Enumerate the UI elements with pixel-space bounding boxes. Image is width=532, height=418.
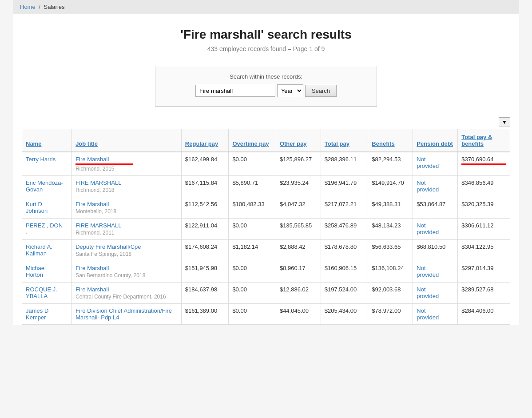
cell-regular-pay: $122,911.04 bbox=[181, 219, 229, 240]
cell-name: MichaelHorton bbox=[22, 261, 72, 283]
search-input[interactable] bbox=[195, 85, 275, 97]
page-header: 'Fire marshall' search results 433 emplo… bbox=[13, 14, 519, 57]
cell-pension-debt: Notprovided bbox=[413, 152, 458, 176]
results-table: Name Job title Regular pay Overtime pay … bbox=[22, 129, 510, 325]
cell-job-title: Fire MarshallMontebello, 2018 bbox=[72, 197, 182, 219]
pension-not-provided: Notprovided bbox=[417, 265, 439, 278]
cell-total-pay: $160,906.15 bbox=[321, 261, 368, 283]
sort-benefits[interactable]: Benefits bbox=[372, 140, 394, 147]
name-link[interactable]: PEREZ , DON. bbox=[26, 222, 63, 235]
org-year: Santa Fe Springs, 2018 bbox=[75, 251, 178, 257]
col-header-total-pay: Total pay bbox=[321, 129, 368, 152]
search-button[interactable]: Search bbox=[305, 85, 337, 97]
cell-total-pay-benefits: $370,690.64 bbox=[458, 152, 510, 176]
cell-benefits: $49,388.31 bbox=[368, 197, 413, 219]
cell-total-pay-benefits: $304,122.95 bbox=[458, 240, 510, 261]
cell-total-pay-benefits: $297,014.39 bbox=[458, 261, 510, 283]
table-body: Terry HarrisFire MarshallRichmond, 2015$… bbox=[22, 152, 510, 325]
cell-job-title: Fire MarshallRichmond, 2015 bbox=[72, 152, 182, 176]
job-title-link[interactable]: Fire Marshall bbox=[75, 201, 109, 207]
cell-total-pay-benefits: $289,527.68 bbox=[458, 283, 510, 304]
pension-not-provided: Notprovided bbox=[417, 179, 439, 193]
job-title-link[interactable]: Fire Marshall bbox=[75, 265, 109, 271]
search-box: Search within these records: Year 2018 2… bbox=[155, 66, 377, 107]
cell-benefits: $56,633.65 bbox=[368, 240, 413, 261]
sort-total-pay[interactable]: Total pay bbox=[325, 140, 349, 147]
table-controls: ▼ bbox=[22, 115, 510, 129]
cell-pension-debt: Notprovided bbox=[413, 261, 458, 283]
job-title-link[interactable]: Fire Division Chief Administration/Fire … bbox=[75, 307, 172, 321]
sort-name[interactable]: Name bbox=[26, 140, 41, 147]
result-count: 433 employee records found – Page 1 of 9 bbox=[22, 45, 510, 52]
cell-overtime-pay: $0.00 bbox=[229, 152, 276, 176]
table-row: Richard A.KallmanDeputy Fire Marshall/Cp… bbox=[22, 240, 510, 261]
name-link[interactable]: Eric Mendoza-Govan bbox=[26, 179, 63, 193]
cell-benefits: $82,294.53 bbox=[368, 152, 413, 176]
name-link[interactable]: James DKemper bbox=[26, 307, 48, 321]
cell-name: Kurt DJohnson bbox=[22, 197, 72, 219]
table-wrapper: ▼ Name Job title Regular pay Overtime pa… bbox=[22, 115, 510, 325]
name-link[interactable]: Richard A.Kallman bbox=[26, 243, 52, 257]
cell-overtime-pay: $0.00 bbox=[229, 283, 276, 304]
cell-regular-pay: $151,945.98 bbox=[181, 261, 229, 283]
pension-not-provided: Notprovided bbox=[417, 156, 439, 169]
cell-overtime-pay: $1,182.14 bbox=[229, 240, 276, 261]
breadcrumb: Home / Salaries bbox=[13, 0, 519, 14]
job-title-link[interactable]: FIRE MARSHALL bbox=[75, 179, 121, 186]
cell-pension-debt: Notprovided bbox=[413, 219, 458, 240]
cell-pension-debt: $53,864.87 bbox=[413, 197, 458, 219]
sort-total-pay-benefits[interactable]: Total pay & benefits bbox=[461, 134, 492, 147]
name-link[interactable]: MichaelHorton bbox=[26, 265, 46, 278]
sort-pension-debt[interactable]: Pension debt bbox=[417, 140, 453, 147]
search-label: Search within these records: bbox=[164, 73, 368, 80]
table-row: MichaelHortonFire MarshallSan Bernardino… bbox=[22, 261, 510, 283]
cell-total-pay: $288,396.11 bbox=[321, 152, 368, 176]
cell-other-pay: $135,565.85 bbox=[276, 219, 321, 240]
cell-regular-pay: $174,608.24 bbox=[181, 240, 229, 261]
cell-overtime-pay: $0.00 bbox=[229, 219, 276, 240]
cell-benefits: $48,134.23 bbox=[368, 219, 413, 240]
job-title-link[interactable]: Fire Marshall bbox=[75, 156, 109, 163]
col-header-total-pay-benefits: Total pay & benefits bbox=[458, 129, 510, 152]
cell-total-pay: $258,476.89 bbox=[321, 219, 368, 240]
cell-overtime-pay: $0.00 bbox=[229, 304, 276, 325]
name-link[interactable]: Terry Harris bbox=[26, 156, 56, 163]
breadcrumb-home[interactable]: Home bbox=[20, 4, 36, 10]
cell-name: James DKemper bbox=[22, 304, 72, 325]
cell-job-title: Fire Division Chief Administration/Fire … bbox=[72, 304, 182, 325]
sort-overtime-pay[interactable]: Overtime pay bbox=[232, 140, 269, 147]
cell-pension-debt: Notprovided bbox=[413, 176, 458, 197]
year-select[interactable]: Year 2018 2017 2016 2015 2014 2013 2012 … bbox=[277, 84, 303, 97]
cell-total-pay-benefits: $284,406.00 bbox=[458, 304, 510, 325]
cell-job-title: Fire MarshallSan Bernardino County, 2018 bbox=[72, 261, 182, 283]
table-header-row: Name Job title Regular pay Overtime pay … bbox=[22, 129, 510, 152]
cell-other-pay: $8,960.17 bbox=[276, 261, 321, 283]
cell-job-title: FIRE MARSHALLRichmond, 2011 bbox=[72, 219, 182, 240]
cell-other-pay: $23,935.24 bbox=[276, 176, 321, 197]
cell-benefits: $78,972.00 bbox=[368, 304, 413, 325]
name-link[interactable]: Kurt DJohnson bbox=[26, 201, 48, 214]
cell-benefits: $92,003.68 bbox=[368, 283, 413, 304]
col-header-other-pay: Other pay bbox=[276, 129, 321, 152]
breadcrumb-separator: / bbox=[39, 4, 40, 10]
cell-overtime-pay: $0.00 bbox=[229, 261, 276, 283]
search-controls: Year 2018 2017 2016 2015 2014 2013 2012 … bbox=[164, 84, 368, 97]
job-title-link[interactable]: FIRE MARSHALL bbox=[75, 222, 121, 229]
page-title: 'Fire marshall' search results bbox=[22, 28, 510, 42]
cell-total-pay: $217,072.21 bbox=[321, 197, 368, 219]
cell-regular-pay: $162,499.84 bbox=[181, 152, 229, 176]
download-button[interactable]: ▼ bbox=[499, 117, 510, 127]
sort-other-pay[interactable]: Other pay bbox=[280, 140, 307, 147]
cell-overtime-pay: $100,482.33 bbox=[229, 197, 276, 219]
sort-regular-pay[interactable]: Regular pay bbox=[185, 140, 218, 147]
cell-total-pay-benefits: $306,611.12 bbox=[458, 219, 510, 240]
sort-job-title[interactable]: Job title bbox=[75, 140, 98, 147]
name-link[interactable]: ROCQUE J.YBALLA bbox=[26, 286, 57, 299]
cell-overtime-pay: $5,890.71 bbox=[229, 176, 276, 197]
cell-name: Eric Mendoza-Govan bbox=[22, 176, 72, 197]
job-title-link[interactable]: Fire Marshall bbox=[75, 286, 109, 293]
cell-name: ROCQUE J.YBALLA bbox=[22, 283, 72, 304]
job-title-link[interactable]: Deputy Fire Marshall/Cpe bbox=[75, 243, 141, 250]
org-year: Richmond, 2018 bbox=[75, 187, 178, 193]
cell-regular-pay: $184,637.98 bbox=[181, 283, 229, 304]
